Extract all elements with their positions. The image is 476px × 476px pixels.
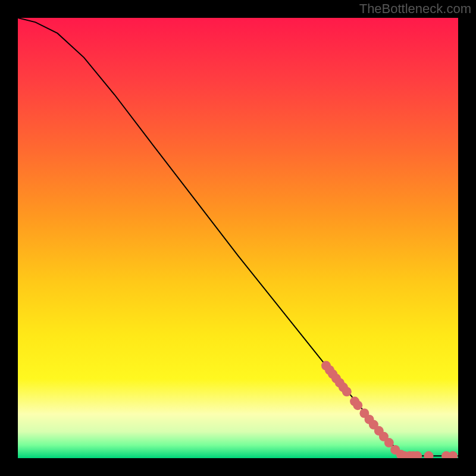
chart-marker	[353, 400, 362, 410]
chart-plot-area	[18, 18, 458, 458]
watermark-text: TheBottleneck.com	[359, 1, 471, 17]
chart-marker	[342, 387, 352, 396]
chart-background	[18, 18, 458, 458]
chart-svg	[18, 18, 458, 458]
